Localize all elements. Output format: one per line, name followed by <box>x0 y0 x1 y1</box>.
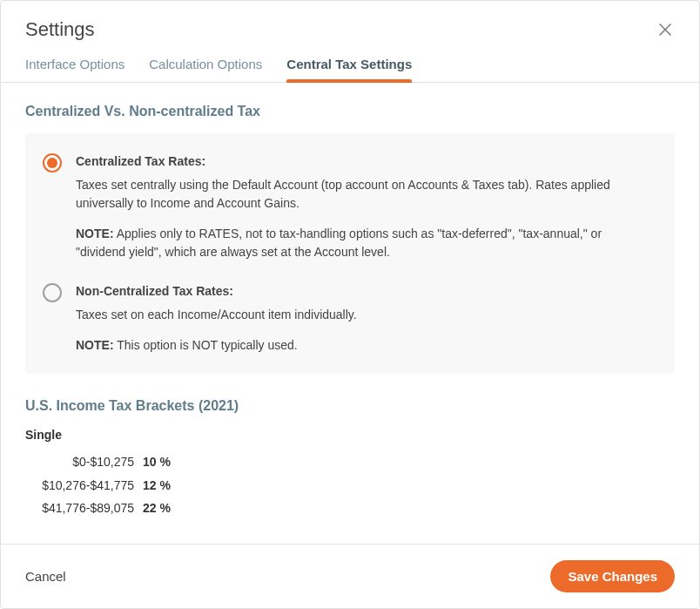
bracket-status: Single <box>25 428 675 442</box>
tab-central-tax-settings[interactable]: Central Tax Settings <box>286 57 412 82</box>
radio-text-noncentralized: Non-Centralized Tax Rates: Taxes set on … <box>76 282 357 355</box>
tab-bar: Interface Options Calculation Options Ce… <box>1 48 699 83</box>
content-area: Centralized Vs. Non-centralized Tax Cent… <box>1 83 699 519</box>
note-label: NOTE: <box>76 227 114 240</box>
bracket-table: $0-$10,275 10 % $10,276-$41,775 12 % $41… <box>25 450 675 519</box>
bracket-range: $10,276-$41,775 <box>25 474 143 497</box>
close-icon <box>656 20 675 39</box>
radio-row-noncentralized: Non-Centralized Tax Rates: Taxes set on … <box>43 282 654 355</box>
radio-text-centralized: Centralized Tax Rates: Taxes set central… <box>76 152 654 261</box>
tab-calculation-options[interactable]: Calculation Options <box>149 57 262 82</box>
dialog-title: Settings <box>25 18 95 41</box>
dialog-header: Settings <box>1 1 699 48</box>
radio-centralized[interactable] <box>43 153 62 173</box>
tab-interface-options[interactable]: Interface Options <box>25 57 125 82</box>
bracket-range: $41,776-$89,075 <box>25 497 143 519</box>
radio-note-centralized: NOTE: Applies only to RATES, not to tax-… <box>76 225 654 261</box>
note-label: NOTE: <box>76 338 114 352</box>
radio-note-noncentralized: NOTE: This option is NOT typically used. <box>76 336 357 355</box>
note-text: This option is NOT typically used. <box>114 338 298 352</box>
dialog-footer: Cancel Save Changes <box>1 544 699 608</box>
bracket-row: $41,776-$89,075 22 % <box>25 497 675 519</box>
radio-row-centralized: Centralized Tax Rates: Taxes set central… <box>43 152 654 261</box>
radio-desc-centralized: Taxes set centrally using the Default Ac… <box>76 176 654 213</box>
save-changes-button[interactable]: Save Changes <box>550 560 675 592</box>
radio-title-centralized: Centralized Tax Rates: <box>76 152 654 171</box>
section-title-centralized: Centralized Vs. Non-centralized Tax <box>25 104 675 119</box>
bracket-rate: 10 % <box>143 450 171 474</box>
bracket-row: $0-$10,275 10 % <box>25 450 675 474</box>
centralized-option-box: Centralized Tax Rates: Taxes set central… <box>25 133 675 374</box>
radio-noncentralized[interactable] <box>43 283 62 302</box>
bracket-rate: 22 % <box>143 497 171 519</box>
note-text: Applies only to RATES, not to tax-handli… <box>76 227 602 259</box>
radio-title-noncentralized: Non-Centralized Tax Rates: <box>76 282 357 301</box>
radio-desc-noncentralized: Taxes set on each Income/Account item in… <box>76 306 357 324</box>
bracket-range: $0-$10,275 <box>25 450 143 474</box>
cancel-button[interactable]: Cancel <box>25 569 66 584</box>
bracket-row: $10,276-$41,775 12 % <box>25 474 675 497</box>
close-button[interactable] <box>656 20 675 39</box>
bracket-rate: 12 % <box>143 474 171 497</box>
section-title-brackets: U.S. Income Tax Brackets (2021) <box>25 398 675 414</box>
